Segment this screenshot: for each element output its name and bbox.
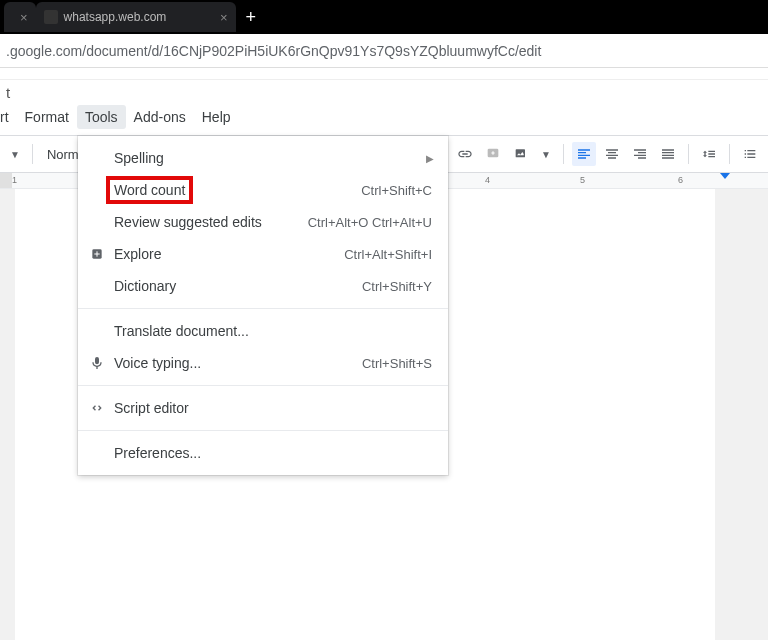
ruler-tick: 5 — [580, 175, 585, 185]
menu-shortcut: Ctrl+Shift+C — [361, 183, 432, 198]
menu-item-review-edits[interactable]: Review suggested edits Ctrl+Alt+O Ctrl+A… — [78, 206, 448, 238]
menu-label: Voice typing... — [114, 355, 362, 371]
menu-shortcut: Ctrl+Alt+O Ctrl+Alt+U — [308, 215, 432, 230]
menu-help[interactable]: Help — [194, 105, 239, 129]
ruler-tick: 4 — [485, 175, 490, 185]
menu-item-voice-typing[interactable]: Voice typing... Ctrl+Shift+S — [78, 347, 448, 379]
ruler-tick: 6 — [678, 175, 683, 185]
menu-label: Preferences... — [114, 445, 432, 461]
menu-label: Dictionary — [114, 278, 362, 294]
comment-icon[interactable] — [481, 142, 505, 166]
menu-insert[interactable]: rt — [0, 105, 17, 129]
menu-item-word-count[interactable]: Word count Ctrl+Shift+C — [78, 174, 448, 206]
menu-tools[interactable]: Tools — [77, 105, 126, 129]
highlight: Word count — [106, 176, 193, 204]
docs-title-fragment: t — [0, 80, 768, 101]
browser-tab-whatsapp[interactable]: whatsapp.web.com × — [36, 2, 236, 32]
separator — [32, 144, 33, 164]
page-icon — [44, 10, 58, 24]
tab-title: whatsapp.web.com — [64, 10, 167, 24]
link-icon[interactable] — [453, 142, 477, 166]
tools-dropdown: Spelling ▶ Word count Ctrl+Shift+C Revie… — [78, 136, 448, 475]
menu-shortcut: Ctrl+Alt+Shift+I — [344, 247, 432, 262]
menu-bar: rt Format Tools Add-ons Help — [0, 101, 768, 135]
image-icon[interactable] — [509, 142, 533, 166]
menu-label: Translate document... — [114, 323, 432, 339]
menu-item-explore[interactable]: Explore Ctrl+Alt+Shift+I — [78, 238, 448, 270]
menu-item-spelling[interactable]: Spelling ▶ — [78, 142, 448, 174]
chevron-down-icon[interactable]: ▼ — [6, 149, 24, 160]
chevron-down-icon[interactable]: ▼ — [537, 149, 555, 160]
menu-shortcut: Ctrl+Shift+S — [362, 356, 432, 371]
address-bar[interactable]: .google.com/document/d/16CNjP902PiH5iUK6… — [0, 34, 768, 68]
close-icon[interactable]: × — [20, 10, 28, 25]
explore-icon — [88, 245, 106, 263]
url-text: .google.com/document/d/16CNjP902PiH5iUK6… — [6, 43, 541, 59]
browser-tab-strip: × whatsapp.web.com × + — [0, 0, 768, 34]
browser-tab-empty[interactable]: × — [4, 2, 36, 32]
submenu-arrow-icon: ▶ — [426, 153, 434, 164]
menu-item-dictionary[interactable]: Dictionary Ctrl+Shift+Y — [78, 270, 448, 302]
list-icon[interactable] — [738, 142, 762, 166]
close-icon[interactable]: × — [220, 10, 228, 25]
separator — [688, 144, 689, 164]
line-spacing-icon[interactable] — [697, 142, 721, 166]
separator — [78, 308, 448, 309]
align-left-icon[interactable] — [572, 142, 596, 166]
menu-item-preferences[interactable]: Preferences... — [78, 437, 448, 469]
code-icon — [88, 399, 106, 417]
menu-label: Script editor — [114, 400, 432, 416]
menu-label: Review suggested edits — [114, 214, 308, 230]
ruler-marker[interactable] — [720, 173, 730, 179]
menu-addons[interactable]: Add-ons — [126, 105, 194, 129]
align-right-icon[interactable] — [628, 142, 652, 166]
separator — [563, 144, 564, 164]
align-center-icon[interactable] — [600, 142, 624, 166]
ruler-tick: 1 — [12, 175, 17, 185]
align-justify-icon[interactable] — [656, 142, 680, 166]
menu-label: Explore — [114, 246, 344, 262]
menu-label: Spelling — [114, 150, 432, 166]
menu-shortcut: Ctrl+Shift+Y — [362, 279, 432, 294]
menu-label: Word count — [114, 176, 361, 204]
separator — [78, 385, 448, 386]
separator — [78, 430, 448, 431]
microphone-icon — [88, 354, 106, 372]
separator — [729, 144, 730, 164]
new-tab-button[interactable]: + — [236, 7, 267, 28]
menu-format[interactable]: Format — [17, 105, 77, 129]
svg-rect-1 — [516, 149, 525, 157]
menu-item-translate[interactable]: Translate document... — [78, 315, 448, 347]
docs-header — [0, 68, 768, 80]
menu-item-script-editor[interactable]: Script editor — [78, 392, 448, 424]
